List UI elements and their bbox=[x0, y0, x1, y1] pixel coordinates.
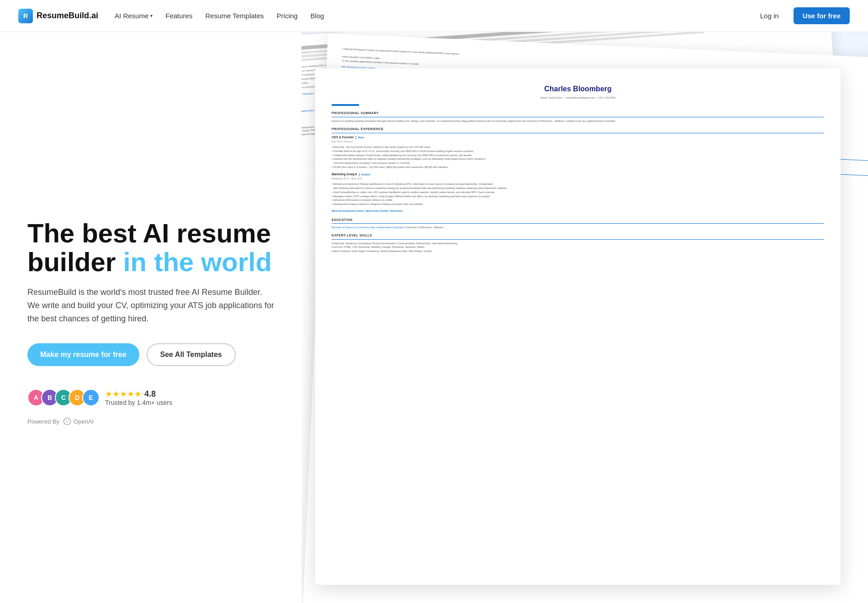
trusted-text: Trusted by 1.4m+ users bbox=[105, 399, 172, 406]
logo-text: ResumeBuild.ai bbox=[37, 11, 98, 21]
skills-section-title: EXPERT-LEVEL SKILLS bbox=[332, 233, 824, 239]
logo[interactable]: R ResumeBuild.ai bbox=[18, 9, 98, 23]
use-for-free-button[interactable]: Use for free bbox=[794, 7, 850, 24]
nav-resume-templates[interactable]: Resume Templates bbox=[205, 12, 264, 20]
login-button[interactable]: Log in bbox=[753, 8, 786, 23]
nav-pricing[interactable]: Pricing bbox=[277, 12, 298, 20]
education-section-title: EDUCATION bbox=[332, 217, 824, 224]
job2-date: Marketing 2014 - May 2015 bbox=[332, 177, 824, 181]
stars-row: ★★★★★ 4.8 bbox=[105, 389, 172, 399]
hero-title: The best AI resume builder in the world bbox=[27, 219, 274, 277]
hero-right: • Used and implemented Tableau dashboard… bbox=[302, 32, 868, 603]
resume-contact: Seoul, South Korea • charlesbloom@gmail.… bbox=[332, 96, 824, 100]
job3-title: Web Development Intern | Wisconsin Publi… bbox=[332, 209, 824, 214]
nav-ai-resume[interactable]: AI Resume ▾ bbox=[115, 12, 153, 20]
hero-left: The best AI resume builder in the world … bbox=[0, 32, 302, 603]
powered-by: Powered By OpenAI bbox=[27, 417, 274, 425]
logo-icon: R bbox=[18, 9, 33, 23]
job2-bullets: • Worked and implement Tableau dashboard… bbox=[332, 182, 824, 206]
hero-description: ResumeBuild is the world's most trusted … bbox=[27, 286, 274, 325]
chevron-down-icon: ▾ bbox=[150, 13, 153, 18]
resume-foreground: Charles Bloomberg Seoul, South Korea • c… bbox=[315, 68, 841, 585]
star-icons: ★★★★★ bbox=[105, 389, 142, 399]
navbar: R ResumeBuild.ai AI Resume ▾ Features Re… bbox=[0, 0, 868, 32]
summary-text: Passion for building inspiring companies… bbox=[332, 119, 824, 123]
blue-bar bbox=[332, 104, 359, 106]
nav-links: AI Resume ▾ Features Resume Templates Pr… bbox=[115, 12, 324, 20]
make-resume-button[interactable]: Make my resume for free bbox=[27, 343, 139, 366]
resume-stack: • Used and implemented Tableau dashboard… bbox=[302, 32, 868, 603]
rating-number: 4.8 bbox=[144, 389, 156, 399]
job2-section: Marketing Analyst | Kaplan Marketing 201… bbox=[332, 172, 824, 206]
svg-point-0 bbox=[64, 418, 71, 425]
avatars-row: A B C D E ★★★★★ 4.8 Trusted by 1.4m+ use… bbox=[27, 389, 274, 406]
degree-text: Bachelor of Science in Economics with a … bbox=[332, 225, 824, 230]
avatar: E bbox=[82, 389, 100, 406]
job1-title: CEO & Founder | Reat bbox=[332, 135, 824, 140]
openai-logo: OpenAI bbox=[63, 417, 94, 425]
nav-blog[interactable]: Blog bbox=[310, 12, 324, 20]
skills-text: Leadership, Speaking, Fundraising, Produ… bbox=[332, 241, 824, 253]
rating-group: ★★★★★ 4.8 Trusted by 1.4m+ users bbox=[105, 389, 172, 406]
main-container: The best AI resume builder in the world … bbox=[0, 0, 868, 603]
job1-date: Mar 2015 | Present bbox=[332, 140, 824, 144]
job2-title: Marketing Analyst | Kaplan bbox=[332, 172, 824, 177]
social-proof: A B C D E ★★★★★ 4.8 Trusted by 1.4m+ use… bbox=[27, 389, 274, 425]
job1-bullets: • Built Reat - the most loved resume sof… bbox=[332, 145, 824, 169]
user-avatars: A B C D E bbox=[27, 389, 100, 406]
see-all-templates-button[interactable]: See All Templates bbox=[147, 343, 236, 366]
nav-right: Log in Use for free bbox=[753, 7, 850, 24]
openai-icon bbox=[63, 417, 71, 425]
nav-left: R ResumeBuild.ai AI Resume ▾ Features Re… bbox=[18, 9, 324, 23]
hero-buttons: Make my resume for free See All Template… bbox=[27, 343, 274, 366]
resume-name: Charles Bloomberg bbox=[332, 83, 824, 95]
summary-section-title: PROFESSIONAL SUMMARY bbox=[332, 110, 824, 117]
experience-section-title: PROFESSIONAL EXPERIENCE bbox=[332, 126, 824, 133]
job3-section: Web Development Intern | Wisconsin Publi… bbox=[332, 209, 824, 214]
nav-features[interactable]: Features bbox=[165, 12, 192, 20]
